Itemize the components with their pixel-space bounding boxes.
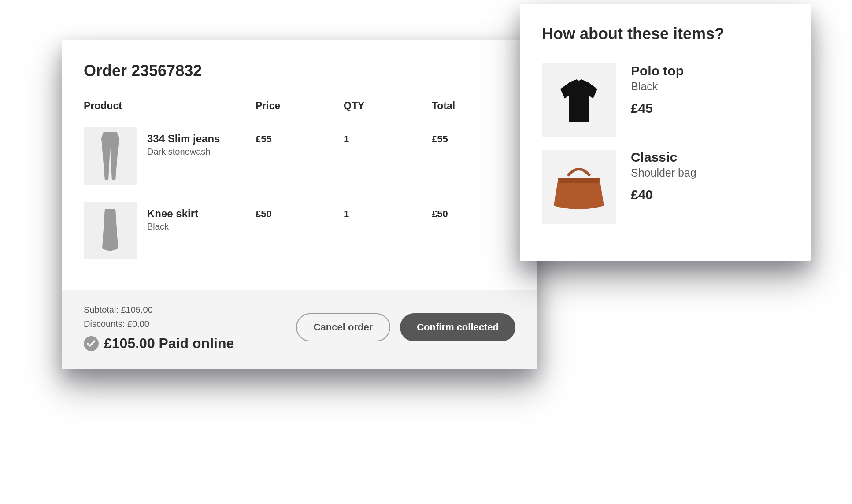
table-row: Knee skirt Black bbox=[84, 202, 256, 259]
suggestions-card: How about these items? Polo top Black £4… bbox=[520, 4, 811, 261]
product-info: Knee skirt Black bbox=[147, 202, 198, 232]
discounts-label: Discounts: £0.00 bbox=[84, 317, 234, 331]
suggestion-price: £45 bbox=[631, 101, 684, 116]
table-row: 334 Slim jeans Dark stonewash bbox=[84, 127, 256, 185]
column-total: Total bbox=[432, 100, 515, 112]
column-price: Price bbox=[256, 100, 344, 112]
suggestion-name: Polo top bbox=[631, 63, 684, 78]
suggestion-variant: Black bbox=[631, 80, 684, 93]
product-name: 334 Slim jeans bbox=[147, 133, 220, 145]
product-thumbnail bbox=[84, 202, 137, 259]
suggestion-thumbnail bbox=[542, 150, 616, 224]
order-title: Order 23567832 bbox=[84, 62, 515, 80]
suggestion-name: Classic bbox=[631, 150, 696, 165]
paid-text: £105.00 Paid online bbox=[104, 335, 234, 352]
check-icon bbox=[84, 336, 99, 351]
suggestion-info: Classic Shoulder bag £40 bbox=[631, 150, 696, 202]
suggestion-variant: Shoulder bag bbox=[631, 167, 696, 179]
product-name: Knee skirt bbox=[147, 208, 198, 220]
suggestion-info: Polo top Black £45 bbox=[631, 63, 684, 116]
order-body: Order 23567832 Product Price QTY Total 3… bbox=[62, 40, 537, 290]
confirm-collected-button[interactable]: Confirm collected bbox=[400, 313, 515, 341]
order-card: Order 23567832 Product Price QTY Total 3… bbox=[62, 40, 537, 369]
product-thumbnail bbox=[84, 127, 137, 185]
product-info: 334 Slim jeans Dark stonewash bbox=[147, 127, 220, 157]
product-qty: 1 bbox=[344, 133, 432, 145]
footer-actions: Cancel order Confirm collected bbox=[296, 313, 515, 341]
product-total: £55 bbox=[432, 133, 515, 145]
suggestion-thumbnail bbox=[542, 63, 616, 137]
handbag-icon bbox=[550, 163, 608, 211]
cancel-order-button[interactable]: Cancel order bbox=[296, 313, 391, 341]
order-footer: Subtotal: £105.00 Discounts: £0.00 £105.… bbox=[62, 290, 537, 369]
jeans-icon bbox=[97, 132, 123, 180]
polo-top-icon bbox=[552, 74, 605, 127]
column-qty: QTY bbox=[344, 100, 432, 112]
product-variant: Dark stonewash bbox=[147, 147, 220, 157]
product-variant: Black bbox=[147, 222, 198, 232]
order-table: Product Price QTY Total 334 Slim jeans D… bbox=[84, 100, 515, 277]
suggestion-item[interactable]: Classic Shoulder bag £40 bbox=[542, 150, 789, 224]
suggestions-title: How about these items? bbox=[542, 25, 789, 43]
product-price: £55 bbox=[256, 133, 344, 145]
column-product: Product bbox=[84, 100, 256, 112]
product-price: £50 bbox=[256, 208, 344, 220]
suggestion-item[interactable]: Polo top Black £45 bbox=[542, 63, 789, 137]
product-total: £50 bbox=[432, 208, 515, 220]
subtotal-label: Subtotal: £105.00 bbox=[84, 303, 234, 317]
skirt-icon bbox=[97, 209, 123, 253]
product-qty: 1 bbox=[344, 208, 432, 220]
totals: Subtotal: £105.00 Discounts: £0.00 £105.… bbox=[84, 303, 234, 352]
suggestion-price: £40 bbox=[631, 187, 696, 202]
paid-row: £105.00 Paid online bbox=[84, 335, 234, 352]
